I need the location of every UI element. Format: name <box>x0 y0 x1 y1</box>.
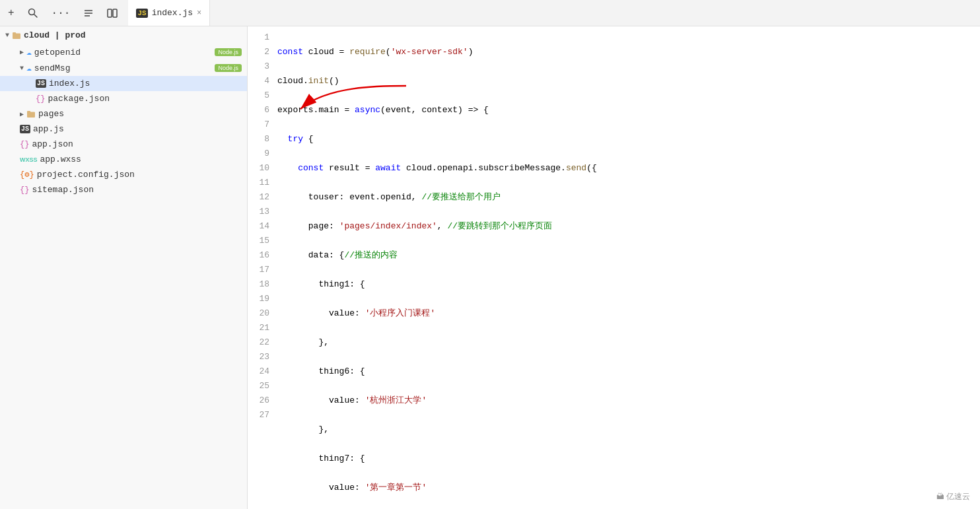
svg-rect-5 <box>108 9 112 17</box>
split-icon[interactable] <box>104 5 120 21</box>
outline-icon[interactable] <box>81 5 96 21</box>
sidebar-item-pages[interactable]: ▶ pages <box>0 106 247 121</box>
app-wxss-label: app.wxss <box>40 154 81 164</box>
code-area: 12345 678910 1112131415 1617181920 21222… <box>248 26 980 509</box>
tab-close-button[interactable]: × <box>197 9 201 18</box>
sidebar-item-sitemap[interactable]: {} sitemap.json <box>0 182 247 197</box>
pages-folder-icon <box>26 110 36 119</box>
sidebar-item-index-js[interactable]: JS index.js <box>0 76 247 91</box>
watermark-icon: 🏔 <box>936 492 944 501</box>
cloud-icon-sendmsg: ☁ <box>26 63 32 73</box>
sitemap-label: sitemap.json <box>32 185 94 195</box>
sidebar-item-getopenid[interactable]: ▶ ☁ getopenid Node.js <box>0 44 247 60</box>
sidebar-item-app-wxss[interactable]: WXSS app.wxss <box>0 152 247 167</box>
js-icon-index: JS <box>36 79 46 88</box>
package-json-label: package.json <box>48 94 110 104</box>
search-icon[interactable] <box>25 5 41 21</box>
index-js-label: index.js <box>49 79 90 88</box>
app-js-label: app.js <box>33 124 64 134</box>
cloud-icon-getopenid: ☁ <box>26 47 32 57</box>
root-label: cloud | prod <box>24 30 86 40</box>
sendmsg-badge: Node.js <box>215 64 242 72</box>
sidebar-item-project-config[interactable]: {⚙} project.config.json <box>0 167 247 182</box>
json-icon-package: {} <box>36 94 45 104</box>
line-numbers: 12345 678910 1112131415 1617181920 21222… <box>248 29 277 509</box>
root-folder-icon <box>12 31 21 40</box>
add-icon[interactable]: + <box>5 5 17 22</box>
config-icon: {⚙} <box>20 170 34 180</box>
toolbar: + ··· JS index.js × <box>0 0 980 26</box>
sidebar-item-package-json[interactable]: {} package.json <box>0 91 247 106</box>
watermark-text: 亿速云 <box>946 492 970 501</box>
code-content[interactable]: const cloud = require('wx-server-sdk') c… <box>277 29 980 509</box>
svg-rect-6 <box>113 9 117 17</box>
sendmsg-label: sendMsg <box>34 63 71 73</box>
sendmsg-chevron-icon: ▼ <box>20 65 24 72</box>
sidebar-item-sendmsg[interactable]: ▼ ☁ sendMsg Node.js <box>0 60 247 76</box>
js-icon-app: JS <box>20 125 30 133</box>
more-icon[interactable]: ··· <box>49 5 73 22</box>
tab-js-icon: JS <box>136 9 147 18</box>
sitemap-icon: {} <box>20 186 29 195</box>
watermark: 🏔 亿速云 <box>936 491 970 502</box>
pages-label: pages <box>38 109 64 119</box>
sidebar: ▼ cloud | prod ▶ ☁ getopenid Node.js ▼ ☁… <box>0 26 248 509</box>
sidebar-root[interactable]: ▼ cloud | prod <box>0 26 247 44</box>
getopenid-chevron-icon: ▶ <box>20 48 24 56</box>
main-area: ▼ cloud | prod ▶ ☁ getopenid Node.js ▼ ☁… <box>0 26 980 509</box>
root-chevron-icon: ▼ <box>5 32 9 39</box>
json-icon-app: {} <box>20 140 29 149</box>
project-config-label: project.config.json <box>37 170 135 180</box>
svg-line-1 <box>34 14 37 17</box>
wxss-icon: WXSS <box>20 156 38 163</box>
sidebar-item-app-js[interactable]: JS app.js <box>0 121 247 137</box>
app-json-label: app.json <box>32 139 73 149</box>
tab-index-js[interactable]: JS index.js × <box>128 0 210 26</box>
getopenid-label: getopenid <box>34 48 81 57</box>
tab-filename: index.js <box>152 8 193 18</box>
tab-bar: JS index.js × <box>128 0 975 26</box>
code-editor[interactable]: 12345 678910 1112131415 1617181920 21222… <box>248 26 980 509</box>
pages-chevron-icon: ▶ <box>20 110 24 118</box>
sidebar-item-app-json[interactable]: {} app.json <box>0 137 247 152</box>
getopenid-badge: Node.js <box>215 48 242 56</box>
